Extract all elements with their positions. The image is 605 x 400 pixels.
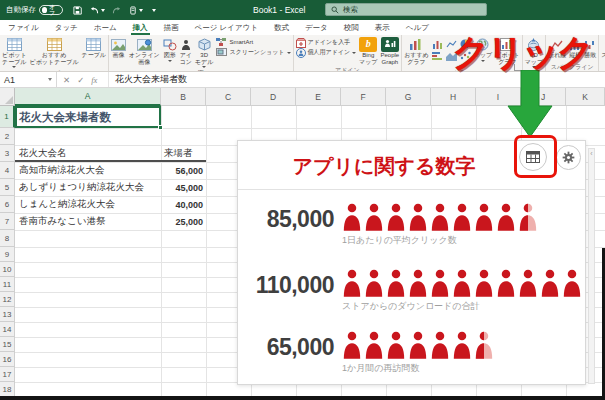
autosave-toggle-pill[interactable]: オフ bbox=[39, 5, 63, 15]
cell-attendance-value[interactable]: 45,000 bbox=[161, 179, 203, 196]
people-graph-title: アプリに関する数字 bbox=[238, 153, 530, 180]
person-icon bbox=[364, 202, 384, 232]
person-icon bbox=[562, 268, 582, 298]
person-icon bbox=[408, 268, 428, 298]
ribbon-button-画像[interactable]: 画像 bbox=[110, 36, 127, 60]
name-box[interactable]: A1 bbox=[0, 72, 57, 87]
cell-attendance-value[interactable]: 40,000 bbox=[161, 196, 203, 213]
redo-icon[interactable] bbox=[112, 6, 122, 15]
autosave-toggle[interactable]: 自動保存 オフ bbox=[6, 5, 63, 15]
row-header-16[interactable]: 16 bbox=[0, 352, 15, 367]
qat-customize-icon[interactable] bbox=[150, 9, 156, 12]
row-header-4[interactable]: 4 bbox=[0, 162, 15, 179]
picture-icon bbox=[111, 37, 126, 52]
person-icon bbox=[342, 202, 362, 232]
ribbon-button-SmartArt[interactable]: SmartArt bbox=[215, 38, 291, 47]
ribbon-button-図形[interactable]: 図形 bbox=[162, 36, 178, 63]
cell-attendance-value[interactable]: 25,000 bbox=[161, 213, 203, 230]
row-header-17[interactable]: 17 bbox=[0, 367, 15, 382]
row-header-14[interactable]: 14 bbox=[0, 322, 15, 337]
column-header-C[interactable]: C bbox=[206, 88, 251, 106]
row-header-11[interactable]: 11 bbox=[0, 277, 15, 292]
ribbon-button-アイ-コン[interactable]: アイ コン bbox=[179, 36, 193, 66]
search-input[interactable]: 検索 bbox=[325, 3, 487, 16]
person-icon bbox=[408, 202, 428, 232]
column-header-D[interactable]: D bbox=[251, 88, 296, 106]
tab-ページ レイアウト[interactable]: ページ レイアウト bbox=[187, 21, 266, 35]
ribbon-button-People-Graph[interactable]: People Graph bbox=[379, 36, 400, 66]
bar-chart-icon[interactable] bbox=[431, 50, 444, 61]
column-header-B[interactable]: B bbox=[161, 88, 206, 106]
row-header-18[interactable]: 18 bbox=[0, 382, 15, 396]
cell-festival-name[interactable]: あしずりまつり納涼花火大会 bbox=[19, 179, 165, 196]
undo-caret-icon bbox=[101, 9, 105, 12]
row-header-15[interactable]: 15 bbox=[0, 337, 15, 352]
enter-icon[interactable]: ✓ bbox=[77, 75, 84, 85]
ribbon-button-ピボット-テーブル[interactable]: ピボット テーブル bbox=[1, 36, 28, 69]
ribbon-button-テーブル[interactable]: テーブル bbox=[81, 36, 107, 60]
ribbon-button-スライサー[interactable]: スライサー bbox=[600, 36, 605, 60]
column-header-H[interactable]: H bbox=[431, 88, 476, 106]
insert-function-icon[interactable]: fx bbox=[91, 75, 97, 85]
tab-描画[interactable]: 描画 bbox=[156, 21, 187, 35]
click-annotation-label: クリック bbox=[452, 28, 591, 78]
ribbon-button-個人用アドイン[interactable]: 個人用アドイン bbox=[295, 48, 358, 57]
ribbon-group-フィルター: スライサータイムラインフィルター bbox=[599, 35, 605, 71]
ribbon-button-おすすめ-ピボットテーブル[interactable]: おすすめ ピボットテーブル bbox=[29, 36, 80, 66]
tab-データ[interactable]: データ bbox=[297, 21, 336, 35]
screenshot-bottom-border bbox=[0, 396, 605, 400]
row-header-3[interactable]: 3 bbox=[0, 145, 15, 162]
ribbon-button-Bing-マップ[interactable]: bBing マップ bbox=[358, 36, 378, 66]
pivot-table-icon bbox=[7, 37, 22, 52]
tab-校閲[interactable]: 校閲 bbox=[336, 21, 367, 35]
ribbon-button-アドインを入手[interactable]: アドインを入手 bbox=[295, 38, 358, 47]
column-header-G[interactable]: G bbox=[386, 88, 431, 106]
column-header-K[interactable]: K bbox=[566, 88, 605, 106]
row-header-6[interactable]: 6 bbox=[0, 196, 15, 213]
cell-festival-name[interactable]: 香南市みなこい港祭 bbox=[19, 213, 165, 230]
row-header-1[interactable]: 1 bbox=[0, 106, 15, 128]
ribbon-group-label: フィルター bbox=[600, 63, 605, 71]
ribbon-button-おすすめ-グラフ[interactable]: おすすめ グラフ bbox=[403, 36, 430, 66]
cell-attendance-value[interactable]: 56,000 bbox=[161, 162, 203, 179]
tab-数式[interactable]: 数式 bbox=[266, 21, 297, 35]
ribbon-button-スクリーンショット[interactable]: スクリーンショット bbox=[215, 48, 291, 57]
people-graph-settings-button[interactable] bbox=[556, 145, 581, 170]
person-icon bbox=[496, 268, 516, 298]
ribbon-group-テーブル: ピボット テーブルおすすめ ピボットテーブルテーブルテーブル bbox=[0, 35, 109, 71]
ribbon-button-3D-モデル[interactable]: 3D モデル bbox=[194, 36, 214, 69]
save-icon[interactable] bbox=[73, 6, 82, 15]
bing-maps-icon: b bbox=[359, 37, 377, 52]
person-icon bbox=[408, 330, 428, 360]
tab-表示[interactable]: 表示 bbox=[367, 21, 398, 35]
row-header-10[interactable]: 10 bbox=[0, 262, 15, 277]
undo-icon[interactable] bbox=[89, 6, 105, 15]
cell-festival-name[interactable]: 高知市納涼花火大会 bbox=[19, 162, 165, 179]
row-header-9[interactable]: 9 bbox=[0, 247, 15, 262]
stat-caption: 1日あたりの平均クリック数 bbox=[342, 234, 540, 247]
select-all-corner[interactable] bbox=[0, 88, 15, 106]
row-header-2[interactable]: 2 bbox=[0, 128, 15, 145]
tab-タッチ[interactable]: タッチ bbox=[47, 21, 86, 35]
tab-挿入[interactable]: 挿入 bbox=[125, 21, 156, 35]
pane-scrollbar[interactable]: ‹ bbox=[588, 148, 595, 384]
fill-handle[interactable] bbox=[158, 125, 163, 130]
column-chart-icon[interactable] bbox=[431, 38, 444, 49]
tab-ファイル[interactable]: ファイル bbox=[0, 21, 47, 35]
person-icon bbox=[430, 202, 450, 232]
tab-ホーム[interactable]: ホーム bbox=[86, 21, 125, 35]
row-header-7[interactable]: 7 bbox=[0, 213, 15, 230]
pen-icon[interactable] bbox=[129, 6, 143, 15]
row-header-13[interactable]: 13 bbox=[0, 307, 15, 322]
ribbon-button-オンライン-画像[interactable]: オンライン 画像 bbox=[128, 36, 161, 66]
column-header-E[interactable]: E bbox=[296, 88, 341, 106]
tab-ヘルプ[interactable]: ヘルプ bbox=[398, 21, 437, 35]
column-header-F[interactable]: F bbox=[341, 88, 386, 106]
column-header-A[interactable]: A bbox=[15, 88, 161, 106]
row-header-8[interactable]: 8 bbox=[0, 230, 15, 247]
cell-festival-name[interactable]: しまんと納涼花火大会 bbox=[19, 196, 165, 213]
row-header-5[interactable]: 5 bbox=[0, 179, 15, 196]
person-icon bbox=[430, 330, 450, 360]
cancel-icon[interactable]: ✕ bbox=[63, 75, 70, 85]
row-header-12[interactable]: 12 bbox=[0, 292, 15, 307]
